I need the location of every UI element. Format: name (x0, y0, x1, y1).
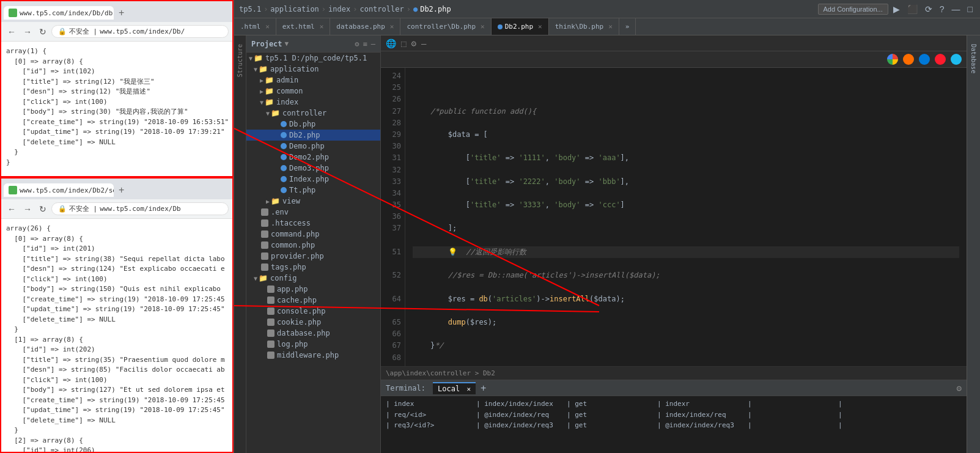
reload-btn-2[interactable]: ↻ (37, 203, 49, 215)
code-content[interactable]: /*public function add(){ $data = [ ['tit… (405, 68, 967, 366)
tree-item-controller[interactable]: ▼ 📁 controller (246, 108, 380, 119)
browser-tab-2[interactable]: www.tp5.com/index/Db2/sele... ✕ (4, 183, 114, 197)
editor-breadcrumb-text: \app\index\controller > Db2 (386, 369, 495, 377)
tree-item-common[interactable]: ▶ 📁 common (246, 86, 380, 97)
code-editor: 🌐 ⬚ ⚙ — 24 25 26 (381, 35, 967, 453)
tree-item-index[interactable]: ▼ 📁 index (246, 97, 380, 108)
tree-item-middleware[interactable]: middleware.php (246, 350, 380, 361)
tree-item-indexphp[interactable]: Index.php (246, 174, 380, 185)
tree-item-view[interactable]: ▶ 📁 view (246, 196, 380, 207)
editor-breadcrumb: \app\index\controller > Db2 (381, 366, 967, 380)
t1c6: | (838, 399, 924, 410)
tab-db2-close[interactable]: ✕ (538, 23, 542, 31)
tree-item-database[interactable]: database.php (246, 328, 380, 339)
globe-icon[interactable]: 🌐 (386, 39, 396, 48)
tree-item-common-php[interactable]: common.php (246, 240, 380, 251)
terminal-gear-icon[interactable]: ⚙ (957, 383, 962, 393)
terminal-tab-local-close[interactable]: ✕ (466, 385, 471, 393)
tree-item-command[interactable]: command.php (246, 229, 380, 240)
reload-btn-1[interactable]: ↻ (37, 26, 49, 38)
new-tab-btn-1[interactable]: + (115, 6, 128, 20)
tab-controller-db[interactable]: controller\Db.php ✕ (400, 18, 491, 35)
firefox-icon (903, 54, 914, 65)
folder-view: 📁 (271, 197, 280, 205)
tree-icon-2[interactable]: ≡ (363, 40, 367, 48)
tree-item-log[interactable]: log.php (246, 339, 380, 350)
tab-db2[interactable]: Db2.php ✕ (492, 18, 549, 35)
tab-more[interactable]: » (619, 18, 636, 35)
tab-more-icon: » (625, 23, 630, 31)
label-env: .env (271, 208, 289, 216)
forward-btn-2[interactable]: → (21, 203, 34, 215)
tab-database[interactable]: database.php ✕ (330, 18, 400, 35)
t2c3: | get (567, 410, 652, 421)
breadcrumb-app: application (270, 5, 319, 13)
tree-item-cookie[interactable]: cookie.php (246, 317, 380, 328)
database-panel-label[interactable]: Database (970, 44, 977, 73)
url-value-2: www.tp5.com/index/Db (100, 205, 180, 213)
tree-item-tags[interactable]: tags.php (246, 262, 380, 273)
breadcrumb: tp5.1 › application › index › controller… (239, 5, 451, 13)
tree-item-console[interactable]: console.php (246, 306, 380, 317)
back-btn-2[interactable]: ← (5, 203, 18, 215)
tree-item-demo2[interactable]: Demo2.php (246, 152, 380, 163)
tab-html[interactable]: .html ✕ (234, 18, 276, 35)
tab-think-db[interactable]: think\Db.php ✕ (549, 18, 619, 35)
new-tab-btn-2[interactable]: + (115, 183, 128, 197)
tree-item-db2[interactable]: Db2.php (246, 130, 380, 141)
tree-item-demo3[interactable]: Demo3.php (246, 163, 380, 174)
folder-controller: 📁 (271, 109, 280, 117)
tab-think-db-close[interactable]: ✕ (608, 23, 613, 31)
chrome-icon (887, 54, 898, 65)
address-bar-2[interactable]: 🔒 不安全 | www.tp5.com/index/Db (51, 202, 229, 215)
tree-item-config[interactable]: ▼ 📁 config (246, 273, 380, 284)
tab-html-close[interactable]: ✕ (265, 23, 270, 31)
arrow-common: ▶ (260, 88, 263, 95)
address-bar-1[interactable]: 🔒 不安全 | www.tp5.com/index/Db/ (51, 25, 229, 38)
tree-item-application[interactable]: ▼ 📁 application (246, 64, 380, 75)
tab-database-close[interactable]: ✕ (390, 23, 394, 31)
minus-icon[interactable]: — (421, 39, 426, 48)
label-htaccess: .htaccess (271, 219, 311, 227)
arrow-controller: ▼ (266, 110, 270, 117)
stop-button[interactable]: ⬛ (905, 3, 920, 15)
tree-item-provider[interactable]: provider.php (246, 251, 380, 262)
icon-tt (281, 187, 287, 193)
browser-tab-1[interactable]: www.tp5.com/index/Db/db ✕ (4, 6, 114, 20)
browser-window-2: www.tp5.com/index/Db2/sele... ✕ + ← → ↻ … (0, 177, 234, 453)
label-index: index (276, 98, 298, 106)
help-button[interactable]: ? (937, 3, 947, 15)
tab-controller-db-close[interactable]: ✕ (481, 23, 485, 31)
tree-icon-3[interactable]: — (371, 40, 375, 48)
structure-label[interactable]: Structure (237, 44, 243, 77)
tree-item-admin[interactable]: ▶ 📁 admin (246, 75, 380, 86)
tab-ext-close[interactable]: ✕ (320, 23, 324, 31)
tree-dropdown-icon[interactable]: ▼ (285, 40, 289, 48)
tree-root[interactable]: ▼ 📁 tp5.1 D:/php_code/tp5.1 (246, 53, 380, 64)
add-config-button[interactable]: Add Configuration... (818, 4, 888, 15)
breadcrumb-controller: controller (359, 5, 403, 13)
line-25: /*public function add(){ (413, 106, 959, 117)
tab-ext-html[interactable]: ext.html ✕ (276, 18, 331, 35)
tree-item-tt[interactable]: Tt.php (246, 185, 380, 196)
tree-item-app[interactable]: app.php (246, 284, 380, 295)
terminal-tab-local[interactable]: Local ✕ (433, 382, 476, 394)
minimize-button[interactable]: — (949, 3, 963, 15)
reload-button[interactable]: ⟳ (923, 3, 935, 15)
back-btn-1[interactable]: ← (5, 26, 18, 38)
tree-item-env[interactable]: .env (246, 207, 380, 218)
terminal-add-btn[interactable]: + (478, 383, 488, 394)
tree-item-htaccess[interactable]: .htaccess (246, 218, 380, 229)
maximize-button[interactable]: □ (965, 3, 975, 15)
tree-item-db[interactable]: Db.php (246, 119, 380, 130)
project-label: Project (251, 40, 282, 48)
forward-btn-1[interactable]: → (21, 26, 34, 38)
tree-item-cache[interactable]: cache.php (246, 295, 380, 306)
tree-item-demo[interactable]: Demo.php (246, 141, 380, 152)
label-db2: Db2.php (289, 131, 320, 139)
run-button[interactable]: ▶ (891, 3, 902, 15)
settings-icon[interactable]: ⚙ (411, 39, 416, 48)
lock-icon-2: 🔒 (58, 205, 67, 213)
split-icon[interactable]: ⬚ (401, 39, 406, 48)
tree-icon-1[interactable]: ⚙ (355, 40, 359, 48)
